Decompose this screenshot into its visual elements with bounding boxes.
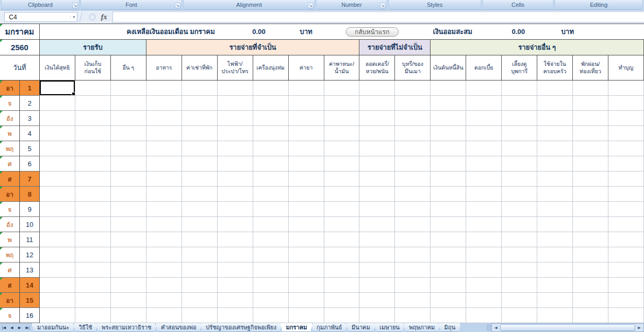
cell[interactable] [146,232,182,247]
cell[interactable] [359,126,395,141]
cell[interactable] [466,308,502,323]
cell[interactable] [40,278,75,293]
cell[interactable] [253,308,289,323]
cell[interactable] [182,308,218,323]
cell[interactable] [289,141,324,156]
cell[interactable] [253,156,289,171]
cell[interactable] [111,262,146,278]
cell[interactable] [40,171,75,187]
column-header[interactable]: ลอตเตอรี่/ หวย/พนัน [359,55,395,81]
cell[interactable] [466,217,502,232]
cell[interactable] [431,126,466,141]
cell[interactable] [182,278,218,293]
cell[interactable] [253,293,289,308]
cell[interactable] [573,293,608,308]
cell[interactable] [608,171,644,187]
cell[interactable] [608,217,644,232]
cell[interactable] [182,141,218,156]
cell[interactable] [359,156,395,171]
cell[interactable] [395,262,431,278]
cell[interactable] [431,247,466,262]
cell[interactable] [431,171,466,187]
cell[interactable] [502,262,537,278]
cell[interactable] [466,171,502,187]
dialog-launcher-icon[interactable]: ↘ [308,3,313,8]
cell[interactable] [146,247,182,262]
column-header[interactable]: ทำบุญ [608,55,644,81]
cell[interactable] [146,217,182,232]
day-number-cell[interactable]: 5 [20,141,40,156]
cell[interactable] [75,156,111,171]
insert-function-icon[interactable] [89,14,96,20]
cell[interactable] [395,247,431,262]
cell[interactable] [359,171,395,187]
cell[interactable] [573,96,608,111]
cell[interactable] [608,262,644,278]
cell[interactable] [537,202,573,217]
cell[interactable] [608,81,644,96]
cell[interactable] [573,187,608,202]
day-number-cell[interactable]: 15 [20,293,40,308]
cell[interactable] [75,96,111,111]
day-number-cell[interactable]: 12 [20,247,40,262]
day-name-cell[interactable]: พฤ [0,247,20,262]
column-header[interactable]: เงินต้นหนี้สิน [431,55,466,81]
cell[interactable] [537,278,573,293]
sheet-tab-5[interactable]: ปรัชญาของเศรษฐกิจพอเพียง [200,323,282,332]
cell[interactable] [537,217,573,232]
cell[interactable] [289,156,324,171]
day-name-cell[interactable]: อา [0,187,20,202]
cell[interactable] [359,187,395,202]
column-header[interactable]: อาหาร [146,55,182,81]
cell[interactable] [608,278,644,293]
cell[interactable] [111,156,146,171]
cell[interactable] [253,141,289,156]
column-header[interactable]: ค่ายา [289,55,324,81]
cell[interactable] [395,171,431,187]
cell[interactable] [359,81,395,96]
cell[interactable] [146,111,182,126]
cell[interactable] [573,141,608,156]
cell[interactable] [608,293,644,308]
sheet-tab-3[interactable]: พระสยามเทวาธิราช [96,323,157,332]
cell[interactable] [146,96,182,111]
cell[interactable] [111,278,146,293]
cell[interactable] [324,187,360,202]
date-column-header[interactable]: วันที่ [0,55,40,81]
cell[interactable] [359,96,395,111]
cell[interactable] [289,278,324,293]
cell[interactable] [182,247,218,262]
back-home-button[interactable]: กลับหน้าแรก [346,27,399,37]
cell[interactable] [111,81,146,96]
sheet-tab-8[interactable]: มีนาคม [346,323,376,332]
cell[interactable] [218,126,253,141]
cell[interactable] [111,202,146,217]
cell[interactable] [573,171,608,187]
cell[interactable] [253,278,289,293]
selected-cell[interactable] [40,81,75,96]
column-header[interactable]: เครื่องนุ่งห่ม [253,55,289,81]
cell[interactable] [608,111,644,126]
day-name-cell[interactable]: อา [0,81,20,96]
cell[interactable] [395,96,431,111]
day-name-cell[interactable]: จ [0,96,20,111]
cell[interactable] [324,308,360,323]
cell[interactable] [289,293,324,308]
sheet-tab-11[interactable]: มิถุน [438,323,461,332]
cell[interactable] [359,202,395,217]
day-number-cell[interactable]: 13 [20,262,40,278]
day-number-cell[interactable]: 14 [20,278,40,293]
cell[interactable] [75,141,111,156]
day-number-cell[interactable]: 6 [20,156,40,171]
cell[interactable] [537,308,573,323]
section-header[interactable]: รายจ่ายอื่น ๆ [431,40,644,55]
cell[interactable] [111,187,146,202]
cell[interactable] [431,232,466,247]
cell[interactable] [111,96,146,111]
column-header[interactable]: เงินได้สุทธิ [40,55,75,81]
cell[interactable] [75,278,111,293]
cell[interactable] [573,81,608,96]
day-number-cell[interactable]: 16 [20,308,40,323]
cell[interactable] [502,126,537,141]
cell[interactable] [466,202,502,217]
